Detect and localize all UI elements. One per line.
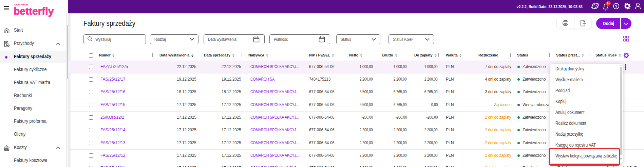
svg-text:9+: 9+ (607, 2, 610, 5)
svg-text:?: ? (615, 4, 617, 9)
